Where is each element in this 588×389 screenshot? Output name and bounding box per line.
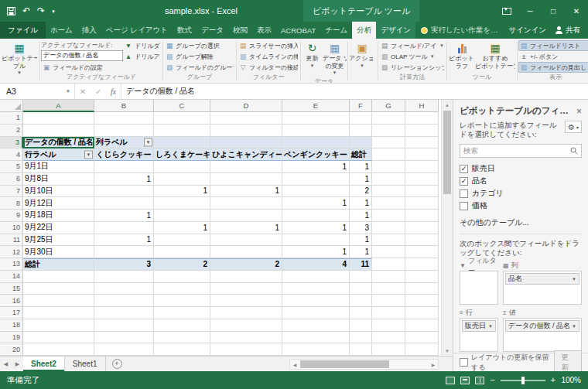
column-header-G[interactable]: G (372, 100, 405, 112)
scroll-down-icon[interactable]: ▼ (442, 346, 453, 356)
cell-B8[interactable] (94, 197, 154, 210)
cell-H19[interactable] (405, 332, 439, 344)
redo-icon[interactable]: ↷ (37, 6, 45, 15)
sheet-tab-sheet2[interactable]: Sheet2 (23, 357, 65, 371)
column-header-F[interactable]: F (350, 100, 372, 112)
cell-C9[interactable] (154, 210, 210, 222)
column-header-B[interactable]: B (94, 100, 154, 112)
row-header-12[interactable]: 12 (0, 246, 23, 258)
scroll-left-icon[interactable]: ◀ (290, 360, 299, 369)
cell-F3[interactable] (350, 137, 372, 149)
cell-D11[interactable] (210, 234, 282, 247)
row-header-8[interactable]: 8 (0, 197, 23, 210)
cell-D10[interactable]: 1 (210, 222, 282, 234)
drill-down-button[interactable]: ▼ ドリルダウン (123, 40, 162, 51)
save-icon[interactable] (7, 7, 15, 15)
ribbon-tab[interactable]: 校閲 (228, 22, 252, 39)
cell-C20[interactable] (154, 343, 210, 356)
name-box[interactable]: A3 ▼ (0, 84, 75, 99)
group-selection-button[interactable]: ▦グループの選択 (164, 40, 235, 51)
rows-area-box[interactable]: 販売日▼ (460, 318, 498, 352)
cell-A4[interactable]: 行ラベル▼ (23, 148, 94, 161)
cell-E7[interactable] (282, 186, 350, 198)
normal-view-button[interactable] (446, 377, 455, 384)
cell-E17[interactable] (282, 307, 350, 319)
cell-A19[interactable] (23, 332, 94, 344)
cell-H18[interactable] (405, 319, 439, 332)
cell-B3[interactable]: 列ラベル▼ (94, 137, 154, 149)
cell-D7[interactable]: 1 (210, 186, 282, 198)
cell-F5[interactable]: 1 (350, 161, 372, 173)
cell-C4[interactable]: しろくまケーキ (154, 148, 210, 161)
cell-C1[interactable] (154, 112, 210, 125)
cell-F17[interactable] (350, 307, 372, 319)
cell-E15[interactable] (282, 283, 350, 295)
row-header-3[interactable]: 3 (0, 137, 23, 149)
area-field-pill[interactable]: データの個数 / 品名▼ (505, 320, 579, 332)
plus-minus-buttons-toggle[interactable]: ±+/- ボタン (518, 51, 588, 62)
cell-G13[interactable] (372, 258, 405, 271)
filters-area-box[interactable] (460, 271, 498, 305)
cell-G15[interactable] (372, 283, 405, 295)
page-layout-view-button[interactable] (460, 377, 470, 384)
cell-C12[interactable] (154, 246, 210, 258)
cell-E4[interactable]: ペンギンクッキー (282, 148, 350, 161)
filter-connections-button[interactable]: ▽フィルターの接続 (238, 62, 299, 73)
scroll-up-icon[interactable]: ▲ (442, 100, 453, 110)
cell-C2[interactable] (154, 125, 210, 137)
cell-H9[interactable] (405, 210, 439, 222)
cell-C6[interactable] (154, 173, 210, 186)
cell-H15[interactable] (405, 283, 439, 295)
share-button[interactable]: 共有 (556, 26, 580, 36)
cell-E9[interactable] (282, 210, 350, 222)
cell-A11[interactable]: 9月25日 (23, 234, 94, 247)
pivotchart-button[interactable]: ピボットグ ラフ (449, 39, 475, 73)
cell-H16[interactable] (405, 295, 439, 307)
cell-A6[interactable]: 9月8日 (23, 173, 94, 186)
active-field-input[interactable]: データの個数 / 品名 (41, 50, 123, 61)
horizontal-scrollbar[interactable]: ◀ ▶ (289, 359, 439, 370)
cell-B14[interactable] (94, 271, 154, 283)
cell-A3[interactable]: データの個数 / 品名 (23, 137, 94, 149)
ribbon-tab-contextual[interactable]: デザイン (376, 22, 415, 39)
cell-D5[interactable] (210, 161, 282, 173)
fields-items-sets-button[interactable]: ▤フィールド/アイテム/セット▼ (379, 40, 446, 51)
cell-D18[interactable] (210, 319, 282, 332)
page-break-view-button[interactable] (475, 377, 484, 384)
cell-G19[interactable] (372, 332, 405, 344)
ribbon-tab[interactable]: 数式 (173, 22, 197, 39)
row-header-17[interactable]: 17 (0, 307, 23, 319)
cell-E19[interactable] (282, 332, 350, 344)
cell-A13[interactable]: 総計 (23, 258, 94, 271)
field-list-item[interactable]: ✓品名 (460, 175, 582, 187)
cell-B4[interactable]: くじらクッキー (94, 148, 154, 161)
sheet-nav-prev-icon[interactable]: ◀ (0, 357, 12, 371)
cell-A10[interactable]: 9月22日 (23, 222, 94, 234)
ribbon-tab[interactable]: チーム (320, 22, 352, 39)
cell-H17[interactable] (405, 307, 439, 319)
area-field-pill[interactable]: 販売日▼ (462, 320, 496, 332)
row-header-2[interactable]: 2 (0, 125, 23, 137)
cell-C10[interactable]: 1 (154, 222, 210, 234)
vertical-scrollbar-track[interactable] (442, 110, 453, 346)
cell-B20[interactable] (94, 343, 154, 356)
cell-A16[interactable] (23, 295, 94, 307)
cell-D12[interactable] (210, 246, 282, 258)
values-area-box[interactable]: データの個数 / 品名▼ (503, 318, 582, 352)
cell-A9[interactable]: 9月18日 (23, 210, 94, 222)
cell-E8[interactable]: 1 (282, 197, 350, 210)
sheet-nav-next-icon[interactable]: ▶ (12, 357, 23, 371)
ribbon-tab[interactable]: 挿入 (77, 22, 101, 39)
pivottable-menu-button[interactable]: ▦ ピボットテー ブル ▼ (2, 39, 37, 83)
field-search-input[interactable]: 検索 (460, 144, 582, 158)
field-checkbox[interactable] (460, 189, 468, 198)
cell-H7[interactable] (405, 186, 439, 198)
ribbon-tab-contextual[interactable]: 分析 (352, 22, 376, 39)
cell-B12[interactable] (94, 246, 154, 258)
ribbon-display-options-button[interactable] (495, 0, 518, 22)
cell-D17[interactable] (210, 307, 282, 319)
zoom-level[interactable]: 100% (561, 376, 581, 384)
cell-H14[interactable] (405, 271, 439, 283)
relationships-button[interactable]: ▧リレーションシップ (379, 62, 446, 73)
ribbon-tab[interactable]: 表示 (252, 22, 276, 39)
